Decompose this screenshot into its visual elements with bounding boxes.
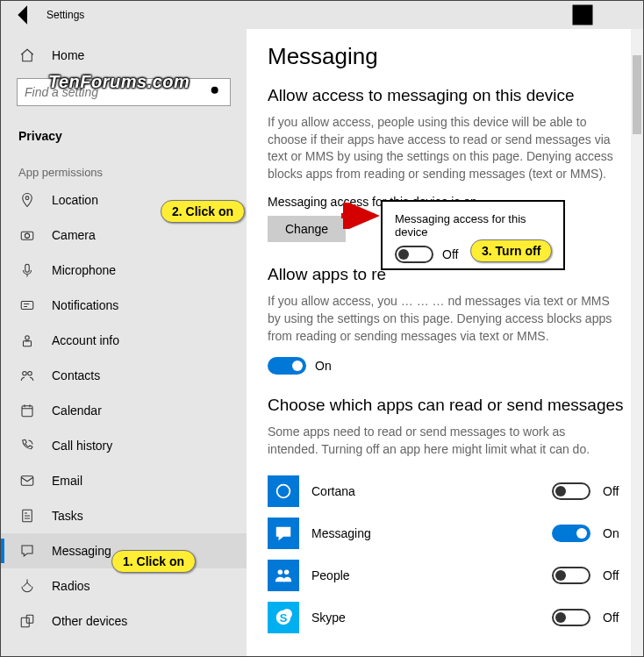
svg-point-9: [23, 372, 27, 376]
calendar-icon: [18, 402, 36, 419]
svg-point-10: [28, 372, 32, 376]
scrollbar[interactable]: [631, 29, 643, 656]
svg-point-2: [25, 196, 29, 200]
nav-home[interactable]: Home: [1, 38, 247, 73]
svg-rect-8: [24, 341, 32, 346]
section2-toggle[interactable]: On: [268, 357, 629, 375]
app-toggle-state: On: [603, 526, 629, 540]
svg-rect-6: [21, 302, 33, 310]
app-toggle-state: Off: [603, 611, 629, 625]
section1-heading: Allow access to messaging on this device: [268, 86, 629, 105]
sidebar-item-camera[interactable]: Camera: [1, 218, 247, 253]
sidebar-item-label: Account info: [52, 333, 119, 347]
radios-icon: [18, 577, 36, 595]
close-button[interactable]: [603, 1, 643, 29]
section1-desc: If you allow access, people using this d…: [268, 114, 619, 182]
svg-rect-0: [573, 5, 593, 25]
search-icon: [209, 84, 223, 101]
skype-app-icon: S: [268, 602, 299, 633]
callout-2: 2. Click on: [161, 200, 245, 223]
app-name: Skype: [311, 611, 540, 625]
camera-icon: [18, 226, 36, 244]
sidebar-item-label: Contacts: [52, 368, 100, 382]
svg-point-4: [25, 233, 29, 238]
sidebar-item-label: Camera: [52, 228, 96, 242]
svg-rect-5: [25, 264, 30, 272]
sidebar-item-microphone[interactable]: Microphone: [1, 253, 247, 288]
app-toggle[interactable]: [552, 482, 590, 500]
svg-rect-15: [26, 615, 33, 623]
svg-point-18: [284, 570, 290, 575]
svg-point-1: [211, 86, 218, 93]
app-toggle-state: Off: [603, 568, 629, 582]
app-toggle[interactable]: [552, 609, 590, 626]
tasks-icon: [18, 507, 36, 525]
app-toggle-state: Off: [603, 484, 629, 498]
call-history-icon: [18, 437, 36, 454]
contacts-icon: [18, 367, 36, 384]
sidebar-item-notifications[interactable]: Notifications: [1, 288, 247, 323]
app-row-cortana: CortanaOff: [268, 470, 629, 512]
svg-rect-14: [21, 618, 29, 627]
svg-point-7: [25, 336, 30, 340]
scrollbar-thumb[interactable]: [633, 55, 641, 134]
sidebar-item-call-history[interactable]: Call history: [1, 428, 247, 463]
people-app-icon: [268, 560, 299, 591]
account-info-icon: [18, 332, 36, 349]
email-icon: [18, 472, 36, 489]
titlebar: Settings: [1, 1, 643, 29]
sidebar-item-label: Email: [52, 474, 82, 488]
toggle-switch[interactable]: [268, 357, 306, 375]
app-name: Cortana: [311, 484, 540, 498]
window-title: Settings: [47, 9, 84, 21]
toggle-state: On: [315, 359, 332, 373]
sidebar-item-label: Other devices: [52, 614, 127, 628]
sidebar-item-contacts[interactable]: Contacts: [1, 358, 247, 393]
page-title: Messaging: [268, 43, 629, 70]
callout-3: 3. Turn off: [470, 239, 552, 262]
app-toggle[interactable]: [552, 567, 590, 584]
app-toggle[interactable]: [552, 525, 590, 542]
sidebar-item-account-info[interactable]: Account info: [1, 323, 247, 358]
sidebar-item-label: Radios: [52, 579, 90, 593]
notifications-icon: [18, 296, 36, 314]
cortana-app-icon: [268, 475, 299, 507]
svg-text:S: S: [280, 611, 288, 625]
section3-desc: Some apps need to read or send messages …: [268, 424, 619, 458]
popup-switch[interactable]: [395, 246, 433, 263]
app-name: Messaging: [311, 526, 540, 540]
sidebar-item-label: Calendar: [52, 403, 102, 418]
sidebar-item-label: Notifications: [52, 298, 118, 312]
sidebar-item-tasks[interactable]: Tasks: [1, 498, 247, 533]
app-name: People: [311, 568, 540, 582]
maximize-button[interactable]: [562, 1, 603, 29]
sidebar-item-email[interactable]: Email: [1, 463, 247, 498]
red-arrow-icon: [340, 203, 383, 229]
popup-state: Off: [442, 247, 458, 261]
sidebar-item-label: Location: [52, 193, 98, 207]
svg-point-16: [277, 485, 290, 498]
change-button[interactable]: Change: [268, 216, 346, 242]
sidebar-item-calendar[interactable]: Calendar: [1, 393, 247, 428]
sidebar-item-label: Messaging: [52, 544, 111, 558]
other-devices-icon: [18, 612, 36, 630]
svg-rect-12: [21, 476, 33, 486]
app-row-messaging: MessagingOn: [268, 512, 629, 554]
sidebar-item-label: Microphone: [52, 263, 116, 277]
messaging-app-icon: [268, 518, 299, 549]
sidebar-item-label: Tasks: [52, 509, 83, 523]
subsection-app-permissions: App permissions: [1, 150, 247, 182]
main-panel: Messaging Allow access to messaging on t…: [247, 29, 643, 656]
sidebar-item-radios[interactable]: Radios: [1, 568, 247, 603]
sidebar-item-other-devices[interactable]: Other devices: [1, 603, 247, 639]
location-icon: [18, 191, 36, 209]
back-button[interactable]: [10, 1, 38, 29]
minimize-button[interactable]: [522, 1, 562, 29]
home-icon: [18, 46, 36, 64]
callout-1: 1. Click on: [111, 550, 196, 573]
sidebar-item-label: Call history: [52, 439, 112, 453]
svg-rect-11: [22, 406, 32, 417]
app-row-skype: SSkypeOff: [268, 596, 629, 639]
app-row-people: PeopleOff: [268, 554, 629, 596]
watermark: TenForums.com: [48, 72, 190, 92]
